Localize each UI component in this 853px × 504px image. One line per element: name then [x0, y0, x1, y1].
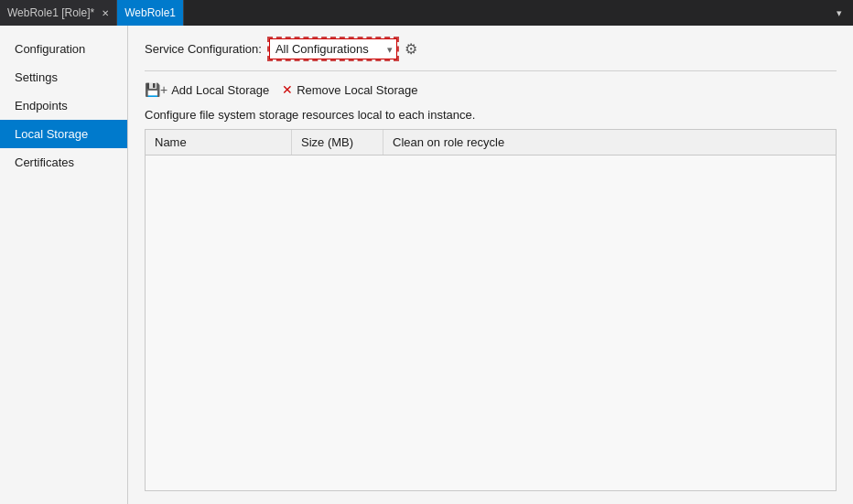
- add-local-storage-button[interactable]: 💾+ Add Local Storage: [145, 80, 269, 99]
- divider: [145, 70, 837, 71]
- tab-label-webrole-role: WebRole1 [Role]*: [7, 6, 94, 19]
- toolbar: 💾+ Add Local Storage ✕ Remove Local Stor…: [145, 80, 837, 99]
- remove-icon: ✕: [282, 82, 293, 97]
- col-header-clean: Clean on role recycle: [383, 130, 836, 155]
- sidebar-item-settings[interactable]: Settings: [0, 63, 127, 91]
- tab-webrole-role[interactable]: WebRole1 [Role]* ✕: [0, 0, 117, 26]
- service-config-label: Service Configuration:: [145, 42, 262, 56]
- sidebar-item-certificates[interactable]: Certificates: [0, 148, 127, 177]
- local-storage-table: Name Size (MB) Clean on role recycle: [145, 129, 837, 491]
- sidebar-item-configuration[interactable]: Configuration: [0, 35, 127, 63]
- sidebar-item-endpoints[interactable]: Endpoints: [0, 91, 127, 120]
- sidebar: Configuration Settings Endpoints Local S…: [0, 26, 128, 504]
- window-menu-btn[interactable]: ▾: [826, 0, 853, 26]
- sidebar-item-local-storage[interactable]: Local Storage: [0, 120, 127, 148]
- table-body: [146, 155, 836, 393]
- tab-webrole1[interactable]: WebRole1: [117, 0, 184, 26]
- content-panel: Service Configuration: All Configuration…: [128, 26, 853, 504]
- tab-close-webrole-role[interactable]: ✕: [102, 8, 109, 18]
- title-bar: WebRole1 [Role]* ✕ WebRole1 ▾: [0, 0, 853, 26]
- window-controls: ▾: [826, 0, 853, 26]
- remove-local-storage-button[interactable]: ✕ Remove Local Storage: [282, 80, 417, 99]
- col-header-size: Size (MB): [292, 130, 383, 155]
- main-area: Configuration Settings Endpoints Local S…: [0, 26, 853, 504]
- service-config-row: Service Configuration: All Configuration…: [145, 38, 837, 59]
- table-header: Name Size (MB) Clean on role recycle: [146, 130, 836, 155]
- col-header-name: Name: [146, 130, 292, 155]
- service-config-select-wrapper: All Configurations Cloud Local: [269, 38, 397, 59]
- description-text: Configure file system storage resources …: [145, 108, 837, 122]
- main-window: WebRole1 [Role]* ✕ WebRole1 ▾ Configurat…: [0, 0, 853, 504]
- tab-group: WebRole1 [Role]* ✕ WebRole1: [0, 0, 184, 26]
- service-config-select[interactable]: All Configurations Cloud Local: [269, 38, 397, 59]
- config-icon[interactable]: ⚙: [405, 40, 417, 58]
- add-icon: 💾+: [145, 82, 167, 97]
- tab-label-webrole1: WebRole1: [124, 6, 176, 19]
